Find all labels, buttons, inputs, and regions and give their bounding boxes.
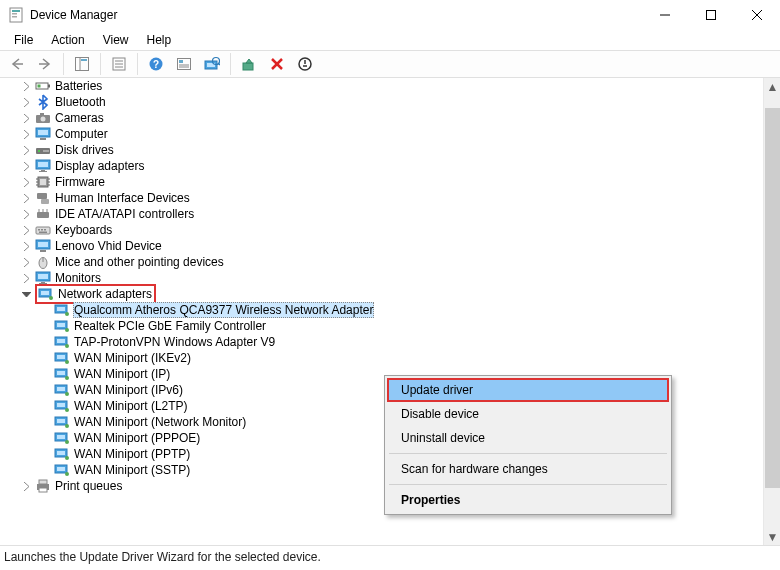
category-label: Print queues [54,479,123,493]
expand-icon[interactable] [20,128,32,140]
menu-separator [389,453,667,454]
svg-rect-57 [37,212,49,218]
menu-properties[interactable]: Properties [387,488,669,512]
category-label: IDE ATA/ATAPI controllers [54,207,195,221]
menu-action[interactable]: Action [43,31,92,49]
svg-rect-3 [12,16,17,18]
forward-button[interactable] [32,52,58,76]
svg-point-83 [65,328,69,332]
device-label: WAN Miniport (IPv6) [73,383,184,397]
expand-icon[interactable] [20,80,32,92]
help-button[interactable]: ? [143,52,169,76]
expand-icon[interactable] [20,224,32,236]
category-ide[interactable]: IDE ATA/ATAPI controllers [0,206,762,222]
uninstall-button[interactable] [264,52,290,76]
expand-icon[interactable] [20,208,32,220]
back-button[interactable] [4,52,30,76]
device-wan-ikev2[interactable]: WAN Miniport (IKEv2) [0,350,762,366]
scroll-up-icon[interactable]: ▲ [764,78,780,95]
update-driver-button[interactable] [236,52,262,76]
expand-icon[interactable] [20,192,32,204]
svg-point-89 [65,360,69,364]
show-hidden-button[interactable] [171,52,197,76]
category-bluetooth[interactable]: Bluetooth [0,94,762,110]
computer-icon [35,238,51,254]
svg-rect-36 [40,113,44,115]
expand-icon[interactable] [20,480,32,492]
category-label: Monitors [54,271,102,285]
svg-rect-48 [40,179,46,185]
minimize-button[interactable] [642,0,688,30]
disable-button[interactable] [292,52,318,76]
mouse-icon [35,254,51,270]
svg-rect-97 [57,403,65,407]
expand-icon[interactable] [20,96,32,108]
disk-icon [35,142,51,158]
category-keyboards[interactable]: Keyboards [0,222,762,238]
menu-disable-device[interactable]: Disable device [387,402,669,426]
menu-scan-hardware[interactable]: Scan for hardware changes [387,457,669,481]
category-batteries[interactable]: Batteries [0,78,762,94]
menu-file[interactable]: File [6,31,41,49]
svg-rect-91 [57,371,65,375]
network-icon [54,366,70,382]
maximize-button[interactable] [688,0,734,30]
category-cameras[interactable]: Cameras [0,110,762,126]
toolbar: ? [0,50,780,78]
category-firmware[interactable]: Firmware [0,174,762,190]
device-label: TAP-ProtonVPN Windows Adapter V9 [73,335,276,349]
scan-hardware-button[interactable] [199,52,225,76]
network-icon [54,382,70,398]
expand-icon[interactable] [20,160,32,172]
svg-rect-55 [37,193,47,199]
device-label: WAN Miniport (L2TP) [73,399,189,413]
device-qualcomm-atheros[interactable]: Qualcomm Atheros QCA9377 Wireless Networ… [0,302,762,318]
category-mice[interactable]: Mice and other pointing devices [0,254,762,270]
device-realtek-gbe[interactable]: Realtek PCIe GbE Family Controller [0,318,762,334]
category-display-adapters[interactable]: Display adapters [0,158,762,174]
camera-icon [35,110,51,126]
scroll-thumb[interactable] [765,108,780,488]
network-icon [54,414,70,430]
menu-update-driver[interactable]: Update driver [387,378,669,402]
device-label: WAN Miniport (IP) [73,367,171,381]
category-label: Display adapters [54,159,145,173]
vertical-scrollbar[interactable]: ▲ ▼ [763,78,780,545]
hid-icon [35,190,51,206]
show-hide-console-tree-button[interactable] [69,52,95,76]
expand-icon[interactable] [20,256,32,268]
bluetooth-icon [35,94,51,110]
svg-point-104 [65,440,69,444]
menu-uninstall-device[interactable]: Uninstall device [387,426,669,450]
category-network-adapters[interactable]: Network adapters [0,286,762,302]
expand-icon[interactable] [20,272,32,284]
expand-icon[interactable] [20,112,32,124]
device-label: Qualcomm Atheros QCA9377 Wireless Networ… [73,302,374,318]
category-label: Disk drives [54,143,115,157]
svg-rect-38 [38,130,48,135]
device-tree-pane: Batteries Bluetooth Cameras Computer Dis… [0,78,780,546]
device-tap-proton[interactable]: TAP-ProtonVPN Windows Adapter V9 [0,334,762,350]
svg-rect-79 [57,307,65,311]
menu-view[interactable]: View [95,31,137,49]
category-label: Firmware [54,175,106,189]
expand-icon[interactable] [20,240,32,252]
properties-button[interactable] [106,52,132,76]
menu-help[interactable]: Help [139,31,180,49]
svg-rect-20 [179,60,183,63]
svg-rect-45 [41,170,45,171]
close-button[interactable] [734,0,780,30]
svg-rect-27 [243,63,253,70]
expand-icon[interactable] [20,144,32,156]
scroll-down-icon[interactable]: ▼ [764,528,780,545]
category-hid[interactable]: Human Interface Devices [0,190,762,206]
svg-rect-63 [41,229,43,231]
category-computer[interactable]: Computer [0,126,762,142]
collapse-icon[interactable] [20,288,32,300]
svg-rect-62 [38,229,40,231]
category-disk-drives[interactable]: Disk drives [0,142,762,158]
expand-icon[interactable] [20,176,32,188]
printer-icon [35,478,51,494]
category-lenovo-vhid[interactable]: Lenovo Vhid Device [0,238,762,254]
svg-rect-73 [41,282,45,283]
